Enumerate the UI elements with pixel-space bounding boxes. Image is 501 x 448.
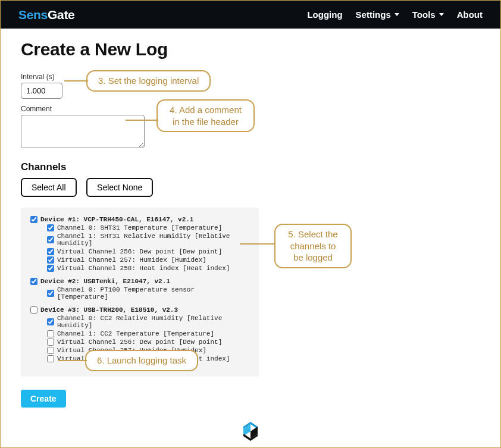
- channels-heading: Channels: [21, 161, 480, 173]
- device-row: Device #3: USB-TRH200, E18510, v2.3: [30, 306, 249, 314]
- channel-row: Virtual Channel 256: Dew point [Dew poin…: [47, 248, 249, 255]
- channel-label: Channel 1: CC2 Temperature [Temperature]: [57, 330, 214, 337]
- device-label: Device #3: USB-TRH200, E18510, v2.3: [40, 306, 178, 314]
- top-nav: Logging Settings Tools About: [307, 10, 483, 20]
- footer: © 2022 Dracal Technologies. All rights r…: [21, 419, 480, 448]
- comment-input[interactable]: [21, 115, 145, 148]
- channel-checkbox[interactable]: [47, 339, 54, 346]
- callout-4: 4. Add a comment in the file header: [156, 99, 255, 132]
- channel-checkbox[interactable]: [47, 355, 54, 362]
- page-title: Create a New Log: [21, 39, 480, 59]
- device-row: Device #1: VCP-TRH450-CAL, E16147, v2.1: [30, 216, 249, 223]
- channel-row: Channel 1: SHT31 Relative Humidity [Rela…: [47, 233, 249, 247]
- device-checkbox[interactable]: [30, 216, 37, 223]
- nav-logging[interactable]: Logging: [307, 10, 342, 20]
- channel-checkbox[interactable]: [47, 290, 54, 297]
- callout-6: 6. Launch logging task: [85, 350, 198, 371]
- channel-row: Channel 0: CC2 Relative Humidity [Relati…: [47, 315, 249, 329]
- logo-part2: Gate: [48, 8, 75, 21]
- device-checkbox[interactable]: [30, 306, 37, 314]
- channel-label: Channel 0: PT100 Temperature sensor [Tem…: [57, 286, 249, 300]
- channel-label: Virtual Channel 256: Dew point [Dew poin…: [57, 339, 222, 346]
- channel-label: Virtual Channel 258: Heat index [Heat in…: [57, 265, 230, 272]
- channel-checkbox[interactable]: [47, 256, 54, 264]
- channel-row: Channel 0: PT100 Temperature sensor [Tem…: [47, 286, 249, 300]
- nav-tools[interactable]: Tools: [412, 10, 444, 20]
- channel-label: Channel 0: SHT31 Temperature [Temperatur…: [57, 224, 222, 231]
- channel-checkbox[interactable]: [47, 265, 54, 272]
- channel-row: Channel 0: SHT31 Temperature [Temperatur…: [47, 224, 249, 231]
- top-bar: SensGate Logging Settings Tools About: [1, 1, 500, 29]
- channel-checkbox[interactable]: [47, 224, 54, 231]
- logo: SensGate: [18, 8, 75, 22]
- channel-row: Virtual Channel 258: Heat index [Heat in…: [47, 265, 249, 272]
- chevron-down-icon: [394, 13, 399, 16]
- channel-checkbox[interactable]: [47, 347, 54, 354]
- footer-logo-icon: [239, 419, 262, 446]
- content: Create a New Log Interval (s) Comment Ch…: [1, 29, 500, 448]
- channel-label: Virtual Channel 257: Humidex [Humidex]: [57, 256, 206, 264]
- device-row: Device #2: USBTenki, E21047, v2.1: [30, 278, 249, 285]
- chevron-down-icon: [439, 13, 444, 16]
- channel-row: Channel 1: CC2 Temperature [Temperature]: [47, 330, 249, 337]
- channel-checkbox[interactable]: [47, 248, 54, 255]
- nav-about[interactable]: About: [457, 10, 483, 20]
- logo-part1: Sens: [18, 8, 48, 21]
- select-none-button[interactable]: Select None: [86, 178, 153, 197]
- channel-label: Channel 0: CC2 Relative Humidity [Relati…: [57, 315, 249, 329]
- interval-input[interactable]: [21, 83, 62, 99]
- channel-row: Virtual Channel 257: Humidex [Humidex]: [47, 256, 249, 264]
- create-button[interactable]: Create: [21, 390, 66, 408]
- nav-settings[interactable]: Settings: [356, 10, 399, 20]
- channel-row: Virtual Channel 256: Dew point [Dew poin…: [47, 339, 249, 346]
- device-checkbox[interactable]: [30, 278, 37, 285]
- callout-5: 5. Select the channels to be logged: [274, 224, 352, 268]
- channel-checkbox[interactable]: [47, 236, 54, 243]
- channel-label: Channel 1: SHT31 Relative Humidity [Rela…: [57, 233, 249, 247]
- channel-checkbox[interactable]: [47, 330, 54, 337]
- select-all-button[interactable]: Select All: [21, 178, 77, 197]
- channel-checkbox[interactable]: [47, 318, 54, 325]
- channel-label: Virtual Channel 256: Dew point [Dew poin…: [57, 248, 222, 255]
- device-label: Device #2: USBTenki, E21047, v2.1: [40, 278, 170, 285]
- device-label: Device #1: VCP-TRH450-CAL, E16147, v2.1: [40, 216, 193, 223]
- callout-3: 3. Set the logging interval: [86, 70, 211, 92]
